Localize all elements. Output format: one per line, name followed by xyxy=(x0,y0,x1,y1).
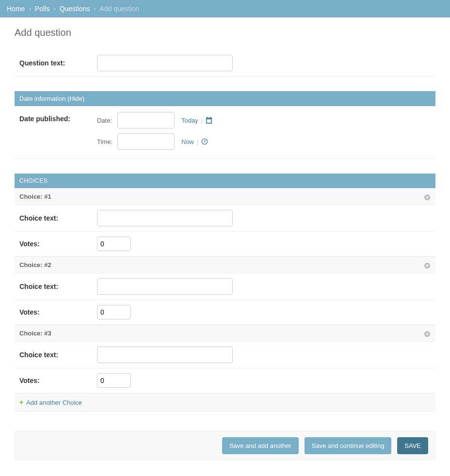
votes-input[interactable] xyxy=(97,305,131,319)
choice-text-input[interactable] xyxy=(97,347,233,363)
delete-icon[interactable] xyxy=(424,329,431,337)
plus-icon: + xyxy=(19,398,23,406)
delete-icon[interactable] xyxy=(424,192,431,201)
choice-inline: Choice: #3 Choice text: Votes: xyxy=(15,325,435,393)
question-text-label: Question text: xyxy=(19,59,97,67)
hide-link[interactable]: (Hide) xyxy=(67,95,84,102)
clock-icon[interactable] xyxy=(201,138,208,145)
votes-label: Votes: xyxy=(19,308,97,316)
add-another-label: Add another Choice xyxy=(26,399,82,406)
add-another-choice-link[interactable]: + Add another Choice xyxy=(19,398,82,406)
time-input[interactable] xyxy=(117,133,175,150)
today-link[interactable]: Today xyxy=(181,117,198,124)
separator: | xyxy=(197,138,198,145)
choice-text-label: Choice text: xyxy=(19,351,97,359)
date-info-header: Date information (Hide) xyxy=(15,91,435,106)
calendar-icon[interactable] xyxy=(206,117,212,124)
question-text-row: Question text: xyxy=(15,50,435,77)
question-text-input[interactable] xyxy=(97,55,233,71)
choice-title: Choice: #1 xyxy=(19,193,51,200)
save-button[interactable] xyxy=(397,437,428,454)
breadcrumbs: Home › Polls › Questions › Add question xyxy=(0,0,450,17)
choice-text-label: Choice text: xyxy=(19,214,97,222)
breadcrumb-polls[interactable]: Polls xyxy=(35,5,49,13)
breadcrumb-separator: › xyxy=(94,5,96,13)
date-sublabel: Date: xyxy=(97,117,117,124)
choice-text-input[interactable] xyxy=(97,210,233,226)
choice-text-input[interactable] xyxy=(97,278,233,295)
choice-text-label: Choice text: xyxy=(19,283,97,290)
delete-icon[interactable] xyxy=(424,261,431,269)
votes-input[interactable] xyxy=(97,237,131,251)
votes-input[interactable] xyxy=(97,373,131,388)
date-input[interactable] xyxy=(117,112,175,128)
separator: | xyxy=(201,117,203,124)
choice-title: Choice: #3 xyxy=(19,330,51,337)
date-info-title: Date information xyxy=(19,95,65,102)
date-published-row: Date published: Date: Today | Time: xyxy=(15,106,435,159)
choice-title: Choice: #2 xyxy=(19,261,51,269)
save-add-another-button[interactable] xyxy=(222,437,299,454)
breadcrumb-home[interactable]: Home xyxy=(7,5,25,13)
save-continue-button[interactable] xyxy=(305,437,392,454)
votes-label: Votes: xyxy=(19,377,97,384)
choice-inline: Choice: #1 Choice text: Votes: xyxy=(15,188,435,256)
choice-inline: Choice: #2 Choice text: Votes: xyxy=(15,256,435,325)
now-link[interactable]: Now xyxy=(181,138,194,145)
page-title: Add question xyxy=(15,27,435,38)
breadcrumb-separator: › xyxy=(53,5,56,13)
breadcrumb-questions[interactable]: Questions xyxy=(60,5,90,13)
add-another-row: + Add another Choice xyxy=(15,393,435,412)
submit-row xyxy=(15,431,435,460)
breadcrumb-current: Add question xyxy=(99,5,139,13)
breadcrumb-separator: › xyxy=(29,5,31,13)
date-published-label: Date published: xyxy=(19,112,97,150)
time-sublabel: Time: xyxy=(97,138,117,145)
votes-label: Votes: xyxy=(19,240,97,248)
choices-header: CHOICES xyxy=(15,174,435,188)
